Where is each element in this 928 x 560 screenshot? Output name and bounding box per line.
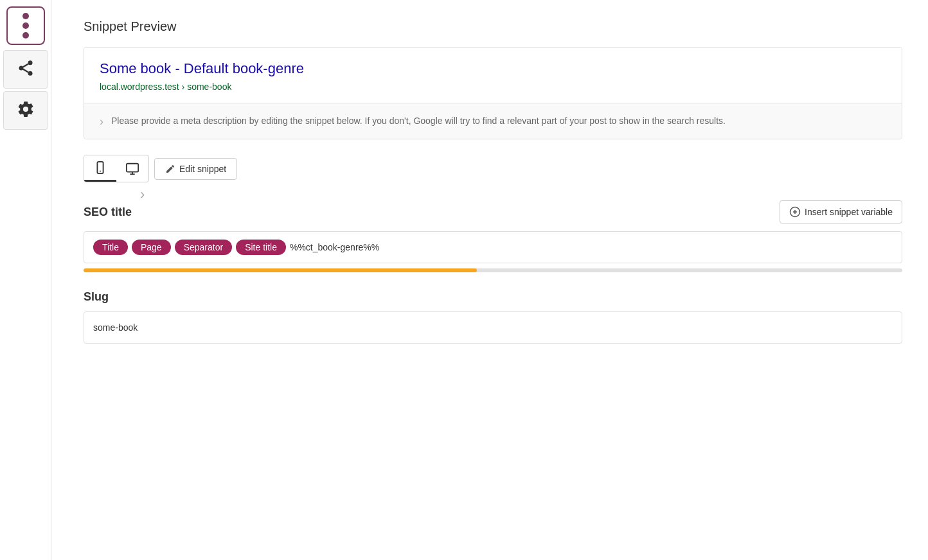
sidebar-item-settings[interactable] — [3, 91, 48, 130]
snippet-description: › Please provide a meta description by e… — [84, 103, 902, 139]
snippet-top: Some book - Default book-genre local.wor… — [84, 48, 902, 103]
mobile-icon — [93, 161, 107, 175]
seo-title-label: SEO title — [84, 206, 132, 219]
svg-line-3 — [23, 69, 28, 73]
insert-variable-label: Insert snippet variable — [805, 207, 893, 217]
slug-section: Slug some-book — [84, 290, 902, 344]
svg-line-4 — [23, 64, 28, 67]
plus-circle-icon — [789, 206, 801, 218]
edit-snippet-button[interactable]: Edit snippet — [154, 158, 237, 180]
seo-title-field[interactable]: Title Page Separator Site title %%ct_boo… — [84, 231, 902, 263]
snippet-preview-title: Snippet Preview — [84, 19, 902, 34]
insert-snippet-variable-button[interactable]: Insert snippet variable — [780, 200, 902, 223]
gear-icon — [17, 100, 35, 121]
slug-value: some-book — [93, 322, 138, 333]
desktop-icon — [125, 162, 139, 176]
sidebar-logo — [6, 6, 45, 45]
mobile-view-button[interactable] — [84, 155, 116, 182]
share-icon — [17, 59, 35, 80]
seo-title-extra-text: %%ct_book-genre%% — [290, 242, 379, 252]
snippet-title-link[interactable]: Some book - Default book-genre — [100, 60, 886, 77]
logo-dots — [22, 13, 29, 39]
tag-site-title[interactable]: Site title — [236, 240, 286, 255]
slug-label: Slug — [84, 290, 902, 304]
svg-point-2 — [28, 71, 32, 76]
toolbar-row: Edit snippet — [84, 155, 902, 182]
svg-rect-7 — [127, 163, 138, 171]
sidebar — [0, 0, 51, 560]
sidebar-item-share[interactable] — [3, 50, 48, 89]
seo-title-progress-bar-container — [84, 268, 902, 272]
tag-title[interactable]: Title — [93, 240, 128, 255]
seo-title-section-header: SEO title Insert snippet variable — [84, 200, 902, 223]
arrow-connector: › — [140, 186, 145, 203]
snippet-description-arrow: › — [100, 115, 103, 128]
svg-point-0 — [28, 60, 32, 65]
desktop-view-button[interactable] — [116, 157, 148, 181]
svg-point-1 — [19, 66, 23, 71]
snippet-description-text: Please provide a meta description by edi… — [111, 114, 726, 128]
edit-snippet-label: Edit snippet — [179, 164, 226, 174]
snippet-box: Some book - Default book-genre local.wor… — [84, 47, 902, 139]
main-content: › Snippet Preview Some book - Default bo… — [51, 0, 928, 560]
pencil-icon — [165, 164, 175, 174]
seo-title-progress-bar-fill — [84, 268, 477, 272]
device-toggle — [84, 155, 149, 182]
slug-field[interactable]: some-book — [84, 311, 902, 344]
snippet-url: local.wordpress.test › some-book — [100, 82, 231, 92]
tag-separator[interactable]: Separator — [175, 240, 232, 255]
tag-page[interactable]: Page — [132, 240, 171, 255]
